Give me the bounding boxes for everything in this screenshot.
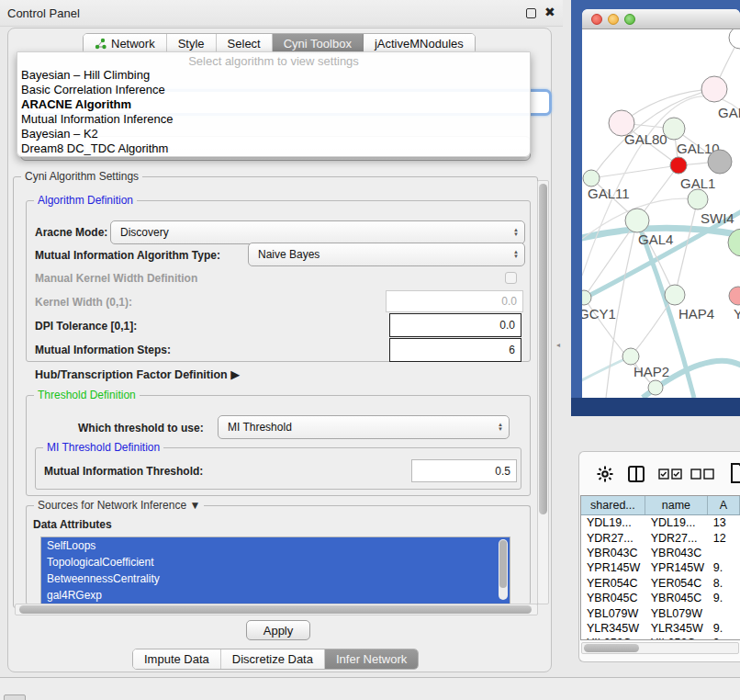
close-icon[interactable]: ✖ <box>544 5 555 19</box>
tab-impute-data[interactable]: Impute Data <box>133 649 221 669</box>
mi-steps-label: Mutual Information Steps: <box>35 344 171 356</box>
algorithm-option[interactable]: Bayesian – Hill Climbing <box>17 68 530 83</box>
table-panel-titlebar: Table Panel <box>563 420 740 447</box>
table-row[interactable]: YBR043CYBR043C <box>581 546 740 560</box>
which-threshold-label: Which threshold to use: <box>78 422 204 435</box>
stepper-icon: ▲▼ <box>513 250 519 259</box>
network-edge[interactable] <box>631 295 675 356</box>
attribute-list-item[interactable]: BetweennessCentrality <box>41 570 510 587</box>
table-cell: YBR043C <box>581 547 645 559</box>
checked-pair-icon[interactable] <box>658 469 682 480</box>
network-node-hap2[interactable] <box>622 348 639 365</box>
unchecked-pair-icon[interactable] <box>690 469 714 480</box>
bottom-tab-bar: Impute DataDiscretize DataInfer Network <box>132 649 419 670</box>
mi-type-value: Naive Bayes <box>258 248 320 261</box>
data-attributes-list[interactable]: SelfLoopsTopologicalCoefficientBetweenne… <box>40 536 510 604</box>
table-cell: YIL052C <box>581 637 645 640</box>
corner-button[interactable] <box>4 694 26 700</box>
network-node-swi4[interactable] <box>688 189 708 209</box>
apply-button[interactable]: Apply <box>246 620 310 640</box>
tab-infer-network[interactable]: Infer Network <box>325 649 418 669</box>
table-row[interactable]: YBL079WYBL079W <box>581 605 740 620</box>
algorithm-option[interactable]: Bayesian – K2 <box>17 127 530 141</box>
mi-type-combobox[interactable]: Naive Bayes ▲▼ <box>248 243 525 266</box>
mi-steps-field[interactable]: 6 <box>389 338 521 362</box>
which-threshold-combobox[interactable]: MI Threshold ▲▼ <box>218 415 510 439</box>
manual-kernel-checkbox[interactable] <box>505 272 517 284</box>
network-edge[interactable] <box>591 165 678 178</box>
network-node-gal1[interactable] <box>670 157 687 174</box>
aracne-mode-combobox[interactable]: Discovery ▲▼ <box>110 220 525 244</box>
tab-cyni-toolbox[interactable]: Cyni Toolbox <box>273 34 364 53</box>
network-canvas[interactable]: GALGAL80GAL10GAL1SWI4GAL11GAL4GCY1HAP4YH… <box>582 29 740 398</box>
table-cell: YLR345W <box>581 622 645 635</box>
kernel-width-field[interactable]: 0.0 <box>386 290 523 312</box>
page-icon[interactable] <box>731 463 740 483</box>
network-node-gal4[interactable] <box>625 209 649 232</box>
table-cell: YIL052C <box>645 637 708 640</box>
mi-threshold-field[interactable]: 0.5 <box>411 459 517 482</box>
network-edge[interactable] <box>622 89 714 123</box>
settings-vertical-scrollbar[interactable] <box>537 180 549 604</box>
algorithm-option[interactable]: ARACNE Algorithm <box>17 97 530 112</box>
tab-label: Style <box>178 37 205 51</box>
table-cell: YPR145W <box>645 561 708 574</box>
network-node-gal[interactable] <box>701 76 727 102</box>
table-row[interactable]: YDR27...YDR27...12 <box>581 530 740 545</box>
close-traffic-light-icon[interactable] <box>591 14 602 25</box>
attribute-list-item[interactable]: SelfLoops <box>41 537 510 554</box>
tab-discretize-data[interactable]: Discretize Data <box>221 649 325 669</box>
tab-label: Network <box>111 37 155 51</box>
table-cell: 9. <box>708 592 740 604</box>
split-columns-icon[interactable] <box>627 465 645 483</box>
table-row[interactable]: YDL19...YDL19...13 <box>581 515 740 530</box>
manual-kernel-label: Manual Kernel Width Definition <box>35 272 197 285</box>
settings-horizontal-scrollbar[interactable] <box>15 604 538 615</box>
float-window-icon[interactable] <box>526 8 536 18</box>
network-node[interactable] <box>648 380 663 395</box>
network-node[interactable] <box>708 150 732 174</box>
hub-definition-expander[interactable]: Hub/Transcription Factor Definition ▶ <box>35 367 240 381</box>
attribute-list-item[interactable]: TopologicalCoefficient <box>41 554 510 570</box>
column-header-3[interactable]: A <box>708 496 740 514</box>
table-cell: YPR145W <box>581 561 645 574</box>
tab-jactivemnodules[interactable]: jActiveMNodules <box>364 34 475 53</box>
network-node-gal10[interactable] <box>663 118 685 140</box>
table-row[interactable]: YPR145WYPR145W9. <box>581 560 740 575</box>
table-cell: 13 <box>708 516 740 529</box>
table-row[interactable]: YBR045CYBR045C9. <box>581 591 740 605</box>
sources-group-title[interactable]: Sources for Network Inference ▼ <box>34 499 204 512</box>
algorithm-option[interactable]: Mutual Information Inference <box>17 112 530 127</box>
which-threshold-value: MI Threshold <box>228 421 292 434</box>
network-window-titlebar[interactable] <box>582 9 740 29</box>
attribute-list-scrollbar[interactable] <box>499 539 508 600</box>
network-node[interactable] <box>729 29 740 49</box>
node-label: SWI4 <box>701 210 734 226</box>
table-row[interactable]: YLR345WYLR345W9. <box>581 621 740 636</box>
table-row[interactable]: YIL052CYIL052C9 <box>581 636 740 640</box>
zoom-traffic-light-icon[interactable] <box>624 14 635 25</box>
algorithm-option[interactable]: Basic Correlation Inference <box>17 83 530 97</box>
table-horizontal-scrollbar[interactable] <box>581 642 739 654</box>
tab-style[interactable]: Style <box>167 34 217 53</box>
table-row[interactable]: YER054CYER054C8. <box>581 576 740 591</box>
table-cell: YBL079W <box>645 607 708 620</box>
algorithm-option[interactable]: Dream8 DC_TDC Algorithm <box>17 141 530 156</box>
table-cell: YBL079W <box>581 607 645 620</box>
network-graph: GALGAL80GAL10GAL1SWI4GAL11GAL4GCY1HAP4YH… <box>582 29 740 398</box>
network-node-hap4[interactable] <box>665 285 685 305</box>
dpi-tolerance-field[interactable]: 0.0 <box>389 313 521 337</box>
settings-group-title: Cyni Algorithm Settings <box>21 170 142 183</box>
attribute-list-item[interactable]: gal4RGexp <box>41 587 510 604</box>
tab-network[interactable]: Network <box>84 34 167 53</box>
splitter-handle[interactable]: ◂ <box>556 341 560 349</box>
gear-icon[interactable] <box>596 465 614 483</box>
minimize-traffic-light-icon[interactable] <box>608 14 619 25</box>
network-node-gcy1[interactable] <box>582 290 591 305</box>
table-cell: YBR043C <box>645 547 708 559</box>
network-node-gal11[interactable] <box>583 170 600 186</box>
tab-select[interactable]: Select <box>217 34 273 53</box>
column-header-2[interactable]: name <box>645 496 708 514</box>
network-node-y[interactable] <box>729 287 740 305</box>
column-header-1[interactable]: shared... <box>581 496 645 514</box>
